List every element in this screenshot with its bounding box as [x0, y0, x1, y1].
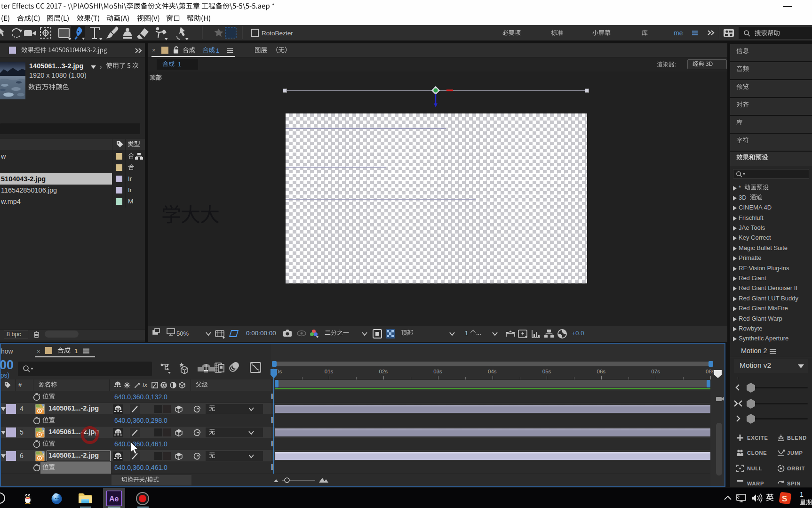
svg-text:fx: fx	[143, 381, 148, 388]
svg-text:S: S	[782, 494, 787, 503]
svg-text:Ae: Ae	[109, 495, 119, 503]
